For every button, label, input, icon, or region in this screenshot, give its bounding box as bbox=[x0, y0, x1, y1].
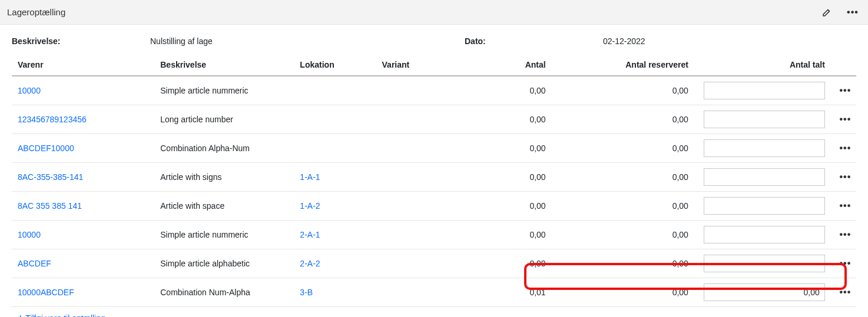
table-wrap: Varenr Beskrivelse Lokation Variant Anta… bbox=[0, 54, 868, 317]
col-antal-talt[interactable]: Antal talt bbox=[698, 54, 834, 76]
cell-variant bbox=[376, 105, 461, 134]
antal-talt-input[interactable] bbox=[704, 82, 825, 99]
row-more-actions-icon[interactable]: ••• bbox=[840, 143, 852, 153]
cell-antal-reserveret: 0,00 bbox=[555, 163, 698, 192]
meta-label-dato: Dato: bbox=[465, 36, 603, 46]
antal-talt-input[interactable] bbox=[704, 226, 825, 243]
varenr-link[interactable]: 8AC 355 385 141 bbox=[18, 201, 82, 211]
varenr-link[interactable]: ABCDEF10000 bbox=[18, 144, 74, 153]
cell-antal: 0,00 bbox=[461, 249, 555, 278]
cell-antal: 0,00 bbox=[461, 192, 555, 221]
table-row: 8AC-355-385-141Article with signs1-A-10,… bbox=[12, 163, 856, 192]
cell-antal-reserveret: 0,00 bbox=[555, 76, 698, 105]
meta-row: Beskrivelse: Nulstilling af lage Dato: 0… bbox=[0, 25, 868, 54]
cell-antal: 0,00 bbox=[461, 105, 555, 134]
cell-antal: 0,00 bbox=[461, 76, 555, 105]
cell-variant bbox=[376, 221, 461, 249]
varenr-link[interactable]: 10000 bbox=[18, 230, 41, 239]
header-actions: ••• bbox=[819, 4, 861, 21]
meta-value-dato: 02-12-2022 bbox=[603, 36, 856, 46]
cell-lokation bbox=[294, 76, 376, 105]
table-row: 10000Simple article nummeric0,000,00••• bbox=[12, 76, 856, 105]
inventory-count-panel: Lageroptælling ••• Beskrivelse: Nulstill… bbox=[0, 0, 868, 317]
table-row: 123456789123456Long article number0,000,… bbox=[12, 105, 856, 134]
cell-variant bbox=[376, 76, 461, 105]
antal-talt-input[interactable] bbox=[704, 139, 825, 157]
varenr-link[interactable]: ABCDEF bbox=[18, 259, 51, 268]
cell-beskrivelse: Simple article nummeric bbox=[154, 221, 294, 249]
lokation-link[interactable]: 3-B bbox=[300, 288, 313, 297]
items-table: Varenr Beskrivelse Lokation Variant Anta… bbox=[12, 54, 856, 307]
table-header-row: Varenr Beskrivelse Lokation Variant Anta… bbox=[12, 54, 856, 76]
cell-lokation bbox=[294, 134, 376, 163]
cell-antal-reserveret: 0,00 bbox=[555, 278, 698, 307]
add-item-label: Tilføj vare til optælling bbox=[25, 313, 105, 317]
cell-variant bbox=[376, 249, 461, 278]
lokation-link[interactable]: 1-A-2 bbox=[300, 201, 320, 211]
meta-value-beskrivelse: Nulstilling af lage bbox=[150, 36, 465, 46]
cell-beskrivelse: Article with signs bbox=[154, 163, 294, 192]
table-row: 10000Simple article nummeric2-A-10,000,0… bbox=[12, 221, 856, 249]
antal-talt-input[interactable] bbox=[704, 255, 825, 272]
antal-talt-input[interactable] bbox=[704, 283, 825, 301]
row-more-actions-icon[interactable]: ••• bbox=[840, 201, 852, 211]
cell-antal: 0,00 bbox=[461, 221, 555, 249]
table-row: ABCDEFSimple article alphabetic2-A-20,00… bbox=[12, 249, 856, 278]
lokation-link[interactable]: 1-A-1 bbox=[300, 172, 320, 182]
cell-variant bbox=[376, 192, 461, 221]
lokation-link[interactable]: 2-A-1 bbox=[300, 230, 320, 239]
cell-beskrivelse: Combination Num-Alpha bbox=[154, 278, 294, 307]
col-antal-reserveret[interactable]: Antal reserveret bbox=[555, 54, 698, 76]
cell-antal-reserveret: 0,00 bbox=[555, 249, 698, 278]
cell-variant bbox=[376, 278, 461, 307]
panel-title: Lageroptælling bbox=[7, 7, 819, 17]
antal-talt-input[interactable] bbox=[704, 111, 825, 128]
cell-antal-reserveret: 0,00 bbox=[555, 105, 698, 134]
table-row: ABCDEF10000Combination Alpha-Num0,000,00… bbox=[12, 134, 856, 163]
col-actions bbox=[834, 54, 856, 76]
col-beskrivelse[interactable]: Beskrivelse bbox=[154, 54, 294, 76]
varenr-link[interactable]: 10000 bbox=[18, 86, 41, 95]
varenr-link[interactable]: 123456789123456 bbox=[18, 115, 87, 124]
row-more-actions-icon[interactable]: ••• bbox=[840, 287, 852, 297]
cell-beskrivelse: Article with space bbox=[154, 192, 294, 221]
varenr-link[interactable]: 10000ABCDEF bbox=[18, 288, 74, 297]
panel-header: Lageroptælling ••• bbox=[0, 0, 868, 25]
antal-talt-input[interactable] bbox=[704, 197, 825, 215]
plus-icon: + bbox=[18, 313, 23, 317]
table-row: 8AC 355 385 141Article with space1-A-20,… bbox=[12, 192, 856, 221]
lokation-link[interactable]: 2-A-2 bbox=[300, 259, 320, 268]
edit-icon[interactable] bbox=[819, 4, 835, 21]
meta-label-beskrivelse: Beskrivelse: bbox=[12, 36, 150, 46]
row-more-actions-icon[interactable]: ••• bbox=[840, 85, 852, 95]
col-varenr[interactable]: Varenr bbox=[12, 54, 154, 76]
cell-beskrivelse: Simple article nummeric bbox=[154, 76, 294, 105]
cell-beskrivelse: Simple article alphabetic bbox=[154, 249, 294, 278]
cell-variant bbox=[376, 134, 461, 163]
cell-lokation bbox=[294, 105, 376, 134]
row-more-actions-icon[interactable]: ••• bbox=[840, 114, 852, 124]
add-item-link[interactable]: + Tilføj vare til optælling bbox=[12, 307, 105, 317]
row-more-actions-icon[interactable]: ••• bbox=[840, 258, 852, 268]
cell-variant bbox=[376, 163, 461, 192]
col-variant[interactable]: Variant bbox=[376, 54, 461, 76]
table-row: 10000ABCDEFCombination Num-Alpha3-B0,010… bbox=[12, 278, 856, 307]
cell-beskrivelse: Long article number bbox=[154, 105, 294, 134]
row-more-actions-icon[interactable]: ••• bbox=[840, 172, 852, 182]
cell-antal-reserveret: 0,00 bbox=[555, 134, 698, 163]
cell-beskrivelse: Combination Alpha-Num bbox=[154, 134, 294, 163]
antal-talt-input[interactable] bbox=[704, 168, 825, 186]
col-lokation[interactable]: Lokation bbox=[294, 54, 376, 76]
cell-antal: 0,00 bbox=[461, 163, 555, 192]
row-more-actions-icon[interactable]: ••• bbox=[840, 229, 852, 239]
varenr-link[interactable]: 8AC-355-385-141 bbox=[18, 172, 83, 182]
cell-antal-reserveret: 0,00 bbox=[555, 192, 698, 221]
cell-antal: 0,00 bbox=[461, 134, 555, 163]
col-antal[interactable]: Antal bbox=[461, 54, 555, 76]
more-actions-icon[interactable]: ••• bbox=[844, 4, 861, 21]
cell-antal-reserveret: 0,00 bbox=[555, 221, 698, 249]
cell-antal: 0,01 bbox=[461, 278, 555, 307]
